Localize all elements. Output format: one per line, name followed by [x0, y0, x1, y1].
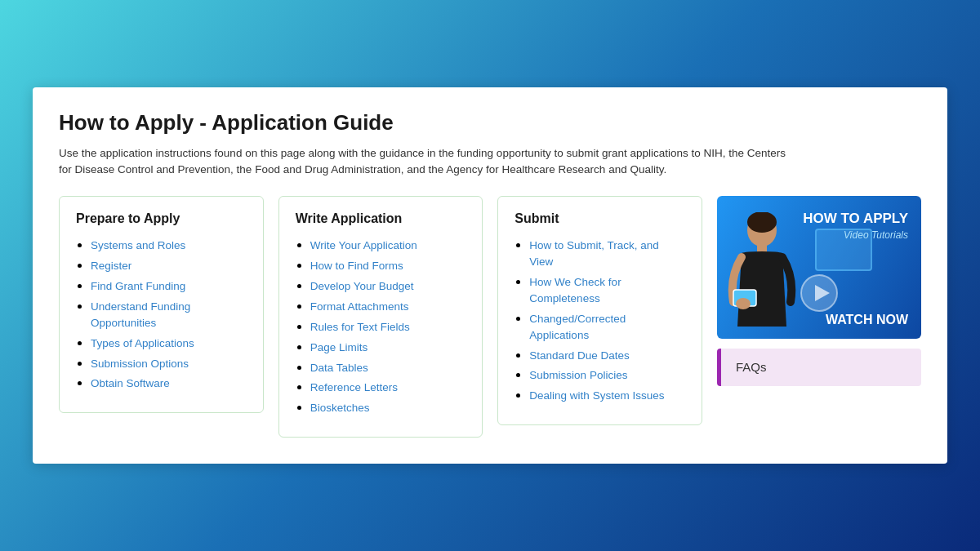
submit-list: How to Submit, Track, and View How We Ch…	[514, 238, 685, 404]
link-how-to-submit[interactable]: How to Submit, Track, and View	[529, 239, 658, 268]
prepare-title: Prepare to Apply	[76, 211, 247, 226]
link-write-your-application[interactable]: Write Your Application	[310, 239, 417, 251]
link-submission-policies[interactable]: Submission Policies	[529, 369, 627, 381]
link-rules-for-text-fields[interactable]: Rules for Text Fields	[310, 321, 410, 333]
list-item: Rules for Text Fields	[310, 319, 466, 335]
link-how-to-find-forms[interactable]: How to Find Forms	[310, 260, 403, 272]
list-item: Find Grant Funding	[91, 278, 247, 295]
prepare-section: Prepare to Apply Systems and Roles Regis…	[59, 196, 264, 413]
list-item: Submission Policies	[529, 367, 685, 384]
link-understand-funding[interactable]: Understand Funding Opportunities	[91, 300, 190, 329]
prepare-list: Systems and Roles Register Find Grant Fu…	[76, 238, 247, 392]
link-submission-options[interactable]: Submission Options	[91, 358, 189, 370]
list-item: Format Attachments	[310, 299, 466, 315]
faqs-label: FAQs	[736, 360, 767, 374]
play-icon	[800, 273, 839, 316]
main-card: How to Apply - Application Guide Use the…	[33, 87, 947, 464]
link-reference-letters[interactable]: Reference Letters	[310, 381, 398, 393]
write-title: Write Application	[296, 211, 466, 226]
link-register[interactable]: Register	[91, 260, 131, 272]
list-item: Understand Funding Opportunities	[91, 299, 247, 331]
link-changed-corrected[interactable]: Changed/Corrected Applications	[529, 313, 626, 341]
list-item: Write Your Application	[310, 238, 466, 254]
svg-point-1	[747, 212, 777, 233]
list-item: Dealing with System Issues	[529, 388, 685, 404]
list-item: Types of Applications	[91, 335, 247, 352]
page-description: Use the application instructions found o…	[59, 145, 794, 179]
list-item: Submission Options	[91, 356, 247, 372]
list-item: Obtain Software	[91, 375, 247, 392]
right-panel: HOW TO APPLY Video Tutorials WATCH NOW F…	[717, 196, 921, 386]
page-title: How to Apply - Application Guide	[59, 110, 921, 136]
video-banner[interactable]: HOW TO APPLY Video Tutorials WATCH NOW	[717, 196, 921, 339]
write-list: Write Your Application How to Find Forms…	[296, 238, 466, 416]
link-dealing-system-issues[interactable]: Dealing with System Issues	[529, 389, 664, 402]
person-illustration	[725, 212, 799, 339]
video-banner-text: HOW TO APPLY Video Tutorials	[803, 211, 908, 240]
list-item: Data Tables	[310, 360, 466, 376]
list-item: Reference Letters	[310, 380, 466, 396]
list-item: Register	[91, 258, 247, 274]
list-item: Develop Your Budget	[310, 278, 466, 295]
list-item: How We Check for Completeness	[529, 274, 685, 307]
link-page-limits[interactable]: Page Limits	[310, 341, 368, 353]
link-systems-and-roles[interactable]: Systems and Roles	[91, 239, 185, 251]
list-item: Systems and Roles	[91, 238, 247, 254]
list-item: How to Submit, Track, and View	[529, 238, 685, 270]
watch-now-label: WATCH NOW	[826, 313, 908, 327]
play-triangle-svg	[800, 273, 839, 313]
content-grid: Prepare to Apply Systems and Roles Regis…	[59, 196, 921, 438]
list-item: Changed/Corrected Applications	[529, 311, 685, 344]
list-item: Biosketches	[310, 400, 466, 416]
list-item: Page Limits	[310, 340, 466, 356]
link-biosketches[interactable]: Biosketches	[310, 402, 370, 414]
list-item: Standard Due Dates	[529, 348, 685, 364]
svg-point-4	[736, 298, 751, 309]
link-data-tables[interactable]: Data Tables	[310, 362, 368, 374]
list-item: How to Find Forms	[310, 258, 466, 274]
submit-title: Submit	[514, 211, 685, 226]
link-find-grant-funding[interactable]: Find Grant Funding	[91, 280, 185, 292]
submit-section: Submit How to Submit, Track, and View Ho…	[497, 196, 702, 425]
link-types-of-applications[interactable]: Types of Applications	[91, 337, 194, 349]
link-format-attachments[interactable]: Format Attachments	[310, 300, 409, 313]
link-obtain-software[interactable]: Obtain Software	[91, 377, 170, 389]
link-develop-your-budget[interactable]: Develop Your Budget	[310, 280, 414, 292]
faqs-card[interactable]: FAQs	[717, 349, 921, 386]
video-subtitle: Video Tutorials	[803, 229, 908, 241]
link-standard-due-dates[interactable]: Standard Due Dates	[529, 349, 629, 362]
video-title: HOW TO APPLY	[803, 211, 908, 227]
write-section: Write Application Write Your Application…	[278, 196, 483, 438]
link-check-completeness[interactable]: How We Check for Completeness	[529, 276, 621, 304]
